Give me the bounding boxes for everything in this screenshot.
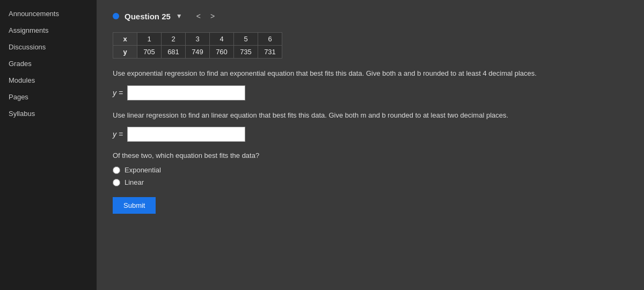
table-x-3: 3 <box>186 33 210 46</box>
data-table: x 1 2 3 4 5 6 y 705 681 749 760 735 731 <box>113 32 282 59</box>
question-dot-icon <box>113 13 119 19</box>
linear-instruction: Use linear regression to find an linear … <box>113 110 628 121</box>
table-x-2: 2 <box>162 33 186 46</box>
radio-exponential[interactable] <box>113 166 120 174</box>
radio-linear[interactable] <box>113 179 120 186</box>
radio-linear-label: Linear <box>125 178 144 186</box>
main-content: Question 25 ▼ < > x 1 2 3 4 5 6 y 705 68… <box>97 0 644 290</box>
table-y-label: y <box>113 46 137 59</box>
sidebar-item-discussions[interactable]: Discussions <box>0 39 97 55</box>
question-title: Question 25 <box>125 12 171 21</box>
linear-equation-row: y = <box>113 127 628 142</box>
sidebar-item-modules[interactable]: Modules <box>0 72 97 89</box>
linear-equation-input[interactable] <box>127 127 245 142</box>
question-dropdown-button[interactable]: ▼ <box>176 12 182 20</box>
nav-arrows: < > <box>193 11 218 21</box>
radio-exponential-label: Exponential <box>125 166 161 174</box>
sidebar-item-announcements[interactable]: Announcements <box>0 5 97 22</box>
table-y-6: 731 <box>258 46 282 59</box>
exponential-instruction: Use exponential regression to find an ex… <box>113 68 628 79</box>
sidebar-item-pages[interactable]: Pages <box>0 89 97 105</box>
table-y-3: 749 <box>186 46 210 59</box>
exponential-equation-label: y = <box>113 89 123 97</box>
exponential-equation-input[interactable] <box>127 85 245 100</box>
exponential-equation-row: y = <box>113 85 628 100</box>
linear-equation-label: y = <box>113 130 123 139</box>
sidebar-item-assignments[interactable]: Assignments <box>0 22 97 39</box>
radio-option-linear[interactable]: Linear <box>113 178 628 186</box>
nav-prev-button[interactable]: < <box>193 11 204 21</box>
nav-next-button[interactable]: > <box>207 11 218 21</box>
table-x-6: 6 <box>258 33 282 46</box>
table-x-5: 5 <box>234 33 258 46</box>
sidebar-item-syllabus[interactable]: Syllabus <box>0 105 97 122</box>
table-y-2: 681 <box>162 46 186 59</box>
table-x-1: 1 <box>137 33 162 46</box>
table-y-4: 760 <box>210 46 234 59</box>
sidebar-item-grades[interactable]: Grades <box>0 55 97 72</box>
table-y-1: 705 <box>137 46 162 59</box>
question-header: Question 25 ▼ < > <box>113 11 628 21</box>
radio-option-exponential[interactable]: Exponential <box>113 166 628 174</box>
sidebar: Announcements Assignments Discussions Gr… <box>0 0 97 290</box>
submit-button[interactable]: Submit <box>113 197 156 214</box>
table-y-5: 735 <box>234 46 258 59</box>
table-x-4: 4 <box>210 33 234 46</box>
best-fit-question: Of these two, which equation best fits t… <box>113 151 628 160</box>
table-x-label: x <box>113 33 137 46</box>
